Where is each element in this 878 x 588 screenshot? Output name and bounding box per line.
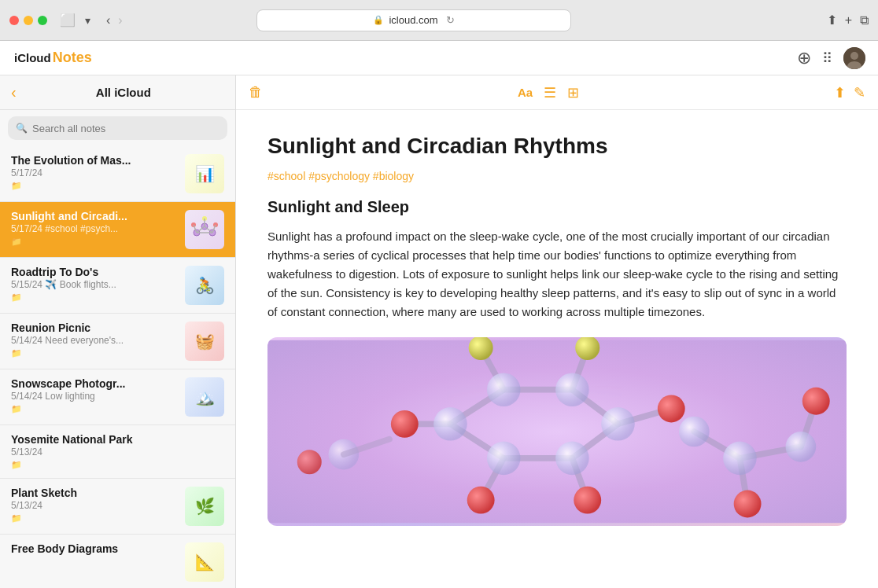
note-thumbnail: 🏔️ [185,377,224,417]
note-section-title: Sunlight and Sleep [267,198,847,216]
note-image [267,337,847,526]
note-title: Yosemite National Park [11,433,224,446]
sidebar-toggle-button[interactable]: ⬜ [60,13,76,28]
note-title: Reunion Picnic [11,322,179,334]
note-folder: 📁 [11,292,179,303]
table-button[interactable]: ⊞ [567,84,579,101]
list-item[interactable]: Free Body Diagrams 📐 [0,535,235,588]
list-item[interactable]: Roadtrip To Do's 5/15/24 ✈️ Book flights… [0,258,235,314]
tabs-button[interactable]: ⧉ [860,13,869,28]
svg-point-48 [734,491,762,518]
note-meta: 5/14/24 Low lighting [11,391,179,402]
svg-point-37 [487,373,521,406]
note-meta: 5/15/24 ✈️ Book flights... [11,279,179,290]
note-folder: 📁 [11,513,179,524]
url-text: icloud.com [389,14,437,26]
note-folder: 📁 [11,460,224,470]
list-item[interactable]: Reunion Picnic 5/14/24 Need everyone's..… [0,314,235,369]
folder-icon: 📁 [11,404,22,413]
folder-icon: 📁 [11,513,22,523]
app-topbar: iCloud Notes ⊕ ⠿ [0,41,878,75]
sidebar-title: All iCloud [23,86,224,99]
svg-point-51 [297,450,322,474]
note-meta: 5/17/24 #school #psych... [11,223,179,234]
app-container: iCloud Notes ⊕ ⠿ ‹ All iCloud 🔍 [0,41,878,588]
list-item[interactable]: Sunlight and Circadi... 5/17/24 #school … [0,202,235,258]
toolbar-center: Aa ☰ ⊞ [272,84,825,101]
close-button[interactable] [9,16,19,25]
sidebar-back-button[interactable]: ‹ [11,83,17,101]
note-title: Plant Sketch [11,487,179,499]
note-info: Plant Sketch 5/13/24 📁 [11,487,179,524]
note-meta: 5/17/24 [11,167,179,178]
svg-point-47 [802,388,830,415]
forward-button[interactable]: › [115,12,125,29]
note-thumbnail: 📐 [185,542,224,582]
topbar-actions: ⊕ ⠿ [797,47,865,69]
main-area: ‹ All iCloud 🔍 The Evolution of Mas... 5… [0,75,878,588]
toolbar-left: 🗑 [249,84,263,101]
list-item[interactable]: The Evolution of Mas... 5/17/24 📁 📊 [0,146,235,202]
note-title: Snowscape Photogr... [11,377,179,390]
delete-button[interactable]: 🗑 [249,84,263,101]
svg-point-1 [850,52,858,60]
browser-actions: ⬆ + ⧉ [827,13,869,28]
svg-point-34 [555,442,589,476]
toolbar-right: ⬆ ✎ [834,84,865,101]
note-meta: 5/13/24 [11,447,224,458]
edit-button[interactable]: ✎ [854,84,865,101]
note-folder: 📁 [11,181,179,191]
note-title: The Evolution of Mas... [11,154,179,167]
list-item[interactable]: Yosemite National Park 5/13/24 📁 [0,425,235,479]
note-title: Sunlight and Circadi... [11,210,179,222]
grid-button[interactable]: ⠿ [822,50,832,67]
molecule-illustration [267,337,847,526]
note-folder: 📁 [11,404,179,414]
share-button[interactable]: ⬆ [827,13,837,28]
note-folder: 📁 [11,348,179,358]
new-tab-button[interactable]: + [845,13,852,28]
refresh-icon[interactable]: ↻ [446,14,455,26]
add-note-button[interactable]: ⊕ [797,48,811,68]
note-info: Sunlight and Circadi... 5/17/24 #school … [11,210,179,247]
note-info: Reunion Picnic 5/14/24 Need everyone's..… [11,322,179,358]
avatar[interactable] [843,47,865,69]
notes-label: Notes [53,50,92,66]
search-bar[interactable]: 🔍 [8,116,227,140]
share-note-button[interactable]: ⬆ [834,84,846,101]
note-info: Yosemite National Park 5/13/24 📁 [11,433,224,470]
sidebar: ‹ All iCloud 🔍 The Evolution of Mas... 5… [0,75,236,588]
svg-point-46 [786,432,817,462]
note-detail: 🗑 Aa ☰ ⊞ ⬆ ✎ Sunlight and Circadian Rhyt… [236,75,878,588]
notes-list: The Evolution of Mas... 5/17/24 📁 📊 Sunl… [0,146,235,588]
search-input[interactable] [32,123,220,134]
svg-point-36 [555,373,589,406]
note-meta: 5/13/24 [11,500,179,511]
note-info: Free Body Diagrams [11,542,179,558]
list-item[interactable]: Plant Sketch 5/13/24 📁 🌿 [0,479,235,535]
note-title: Free Body Diagrams [11,542,179,555]
back-button[interactable]: ‹ [103,12,113,29]
folder-icon: 📁 [11,348,22,358]
format-button[interactable]: Aa [518,84,533,101]
note-thumbnail [185,210,224,249]
note-tags: #school #psychology #biology [267,170,847,182]
checklist-button[interactable]: ☰ [544,84,556,101]
svg-point-44 [679,417,710,447]
lock-icon: 🔒 [373,15,384,25]
note-toolbar: 🗑 Aa ☰ ⊞ ⬆ ✎ [236,75,878,110]
note-content: Sunlight and Circadian Rhythms #school #… [236,110,878,588]
minimize-button[interactable] [24,16,33,25]
browser-nav-dropdown[interactable]: ▾ [82,13,94,28]
folder-icon: 📁 [11,181,22,190]
note-body-text: Sunlight has a profound impact on the sl… [267,227,847,322]
traffic-lights [9,16,47,25]
note-folder: 📁 [11,237,179,247]
list-item[interactable]: Snowscape Photogr... 5/14/24 Low lightin… [0,369,235,425]
note-info: Snowscape Photogr... 5/14/24 Low lightin… [11,377,179,414]
svg-point-33 [487,442,521,476]
folder-icon: 📁 [11,292,22,302]
app-logo: iCloud Notes [13,50,92,66]
maximize-button[interactable] [38,16,47,25]
address-bar[interactable]: 🔒 icloud.com ↻ [256,9,571,31]
